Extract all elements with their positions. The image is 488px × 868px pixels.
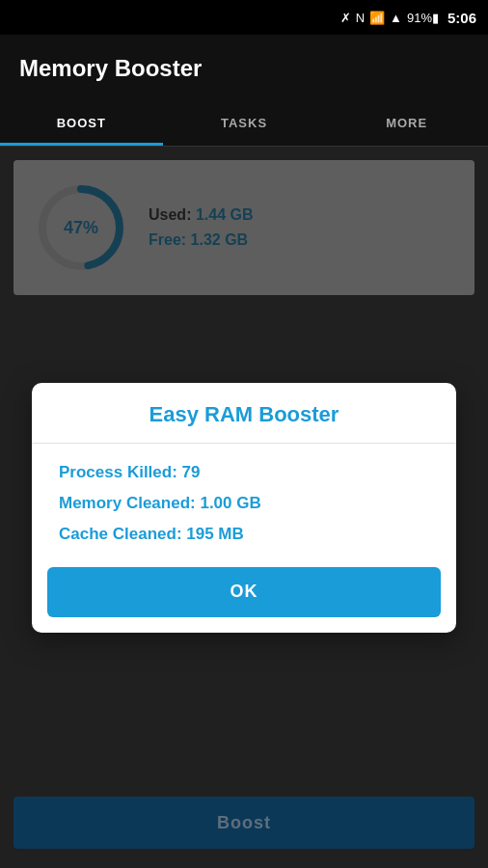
status-time: 5:06 <box>447 10 476 26</box>
app-title: Memory Booster <box>19 55 202 82</box>
dialog-actions: OK <box>32 567 456 633</box>
bluetooth-icon: ✗ <box>340 11 351 25</box>
wifi-icon: 📶 <box>369 11 385 25</box>
processes-label: Process Killed: <box>59 463 177 481</box>
memory-label: Memory Cleaned: <box>59 494 196 512</box>
tab-tasks[interactable]: TASKS <box>163 102 326 146</box>
dialog-stat-cache: Cache Cleaned: 195 MB <box>59 525 429 544</box>
cache-label: Cache Cleaned: <box>59 525 182 543</box>
battery-icon: 91%▮ <box>407 11 439 25</box>
dialog-stat-processes: Process Killed: 79 <box>59 463 429 482</box>
signal-icon: ▲ <box>390 11 402 25</box>
dialog-stat-memory: Memory Cleaned: 1.00 GB <box>59 494 429 513</box>
ok-button[interactable]: OK <box>47 567 441 617</box>
dialog: Easy RAM Booster Process Killed: 79 Memo… <box>32 383 456 633</box>
dialog-overlay: Easy RAM Booster Process Killed: 79 Memo… <box>0 147 488 868</box>
tab-more[interactable]: MORE <box>325 102 488 146</box>
main-content: 47% Used: 1.44 GB Free: 1.32 GB Boost Ea… <box>0 147 488 868</box>
tab-boost[interactable]: BOOST <box>0 102 163 146</box>
network-icon: N <box>356 11 365 25</box>
app-header: Memory Booster <box>0 35 488 102</box>
processes-value: 79 <box>182 463 201 481</box>
cache-value: 195 MB <box>186 525 244 543</box>
status-icons: ✗ N 📶 ▲ 91%▮ 5:06 <box>340 10 476 26</box>
dialog-body: Process Killed: 79 Memory Cleaned: 1.00 … <box>32 444 456 567</box>
tab-bar: BOOST TASKS MORE <box>0 102 488 147</box>
dialog-title: Easy RAM Booster <box>32 383 456 444</box>
status-bar: ✗ N 📶 ▲ 91%▮ 5:06 <box>0 0 488 35</box>
memory-cleaned-value: 1.00 GB <box>200 494 260 512</box>
battery-percent: 91% <box>407 11 432 25</box>
